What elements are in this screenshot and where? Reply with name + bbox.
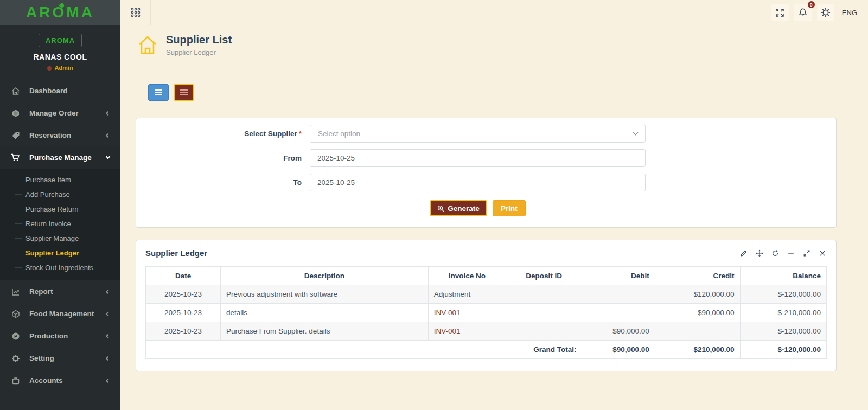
sidebar-item-setting[interactable]: Setting <box>0 347 120 369</box>
submenu-item-label: Stock Out Ingredients <box>25 264 93 272</box>
main-area: 0 ENG Supplier List Supplier Ledger <box>120 0 868 410</box>
cell-description: Previous adjustment with software <box>221 285 429 304</box>
submenu-item-supplier-manage[interactable]: Supplier Manage <box>0 231 120 246</box>
bell-icon <box>798 8 808 17</box>
page-subtitle: Supplier Ledger <box>166 48 232 56</box>
column-header-credit[interactable]: Credit <box>655 267 740 285</box>
grand-total-balance: $-120,000.00 <box>740 341 826 359</box>
cell-date: 2025-10-23 <box>146 322 221 341</box>
submenu-item-add-purchase[interactable]: Add Purchase <box>0 187 120 202</box>
user-name: RANAS COOL <box>0 53 120 61</box>
chevron-left-icon <box>106 334 110 338</box>
sidebar-item-accounts[interactable]: Accounts <box>0 369 120 392</box>
close-icon[interactable] <box>819 249 826 257</box>
language-selector[interactable]: ENG <box>842 9 857 17</box>
cell-balance: $-120,000.00 <box>740 322 826 341</box>
supplier-select-placeholder: Select option <box>318 130 360 138</box>
submenu-item-purchase-item[interactable]: Purchase Item <box>0 172 120 187</box>
compact-view-button[interactable] <box>174 84 194 101</box>
chart-icon <box>11 287 20 296</box>
move-icon[interactable] <box>756 249 763 257</box>
submenu-item-label: Return Invoice <box>25 220 71 228</box>
sidebar-item-report[interactable]: Report <box>0 280 120 303</box>
submenu-item-stock-out-ingredients[interactable]: Stock Out Ingredients <box>0 260 120 275</box>
sidebar-item-dashboard[interactable]: Dashboard <box>0 80 120 102</box>
cell-balance: $-210,000.00 <box>740 304 826 322</box>
flame-icon <box>59 2 65 8</box>
refresh-icon[interactable] <box>771 249 779 257</box>
sidebar: AROMA AROMA RANAS COOL Admin Dashboard M… <box>0 0 120 410</box>
page-titles: Supplier List Supplier Ledger <box>166 34 232 56</box>
column-header-invoice-no[interactable]: Invoice No <box>428 267 506 285</box>
print-button[interactable]: Print <box>493 200 526 216</box>
sidebar-item-purchase-manage[interactable]: Purchase Manage <box>0 146 120 169</box>
sidebar-item-reservation[interactable]: Reservation <box>0 124 120 146</box>
chevron-left-icon <box>106 356 110 360</box>
sidebar-item-label: Report <box>29 287 53 296</box>
column-header-balance[interactable]: Balance <box>740 267 826 285</box>
sidebar-item-label: Setting <box>29 354 54 362</box>
ledger-card-tools <box>740 249 826 257</box>
cell-invoice-link[interactable]: INV-001 <box>428 322 506 341</box>
ledger-card-title: Supplier Ledger <box>145 248 207 258</box>
sidebar-item-label: Food Management <box>29 310 94 318</box>
sidebar-item-label: Reservation <box>29 131 71 139</box>
topbar: 0 ENG <box>120 0 868 25</box>
briefcase-icon <box>11 376 20 385</box>
column-header-deposit-id[interactable]: Deposit ID <box>506 267 582 285</box>
column-header-debit[interactable]: Debit <box>582 267 655 285</box>
fullscreen-button[interactable] <box>771 4 789 21</box>
generate-button-label: Generate <box>448 204 480 213</box>
from-date-input[interactable] <box>310 149 646 167</box>
brand-logo[interactable]: AROMA <box>0 0 120 25</box>
role-status-dot <box>47 66 52 71</box>
generate-button[interactable]: Generate <box>430 200 487 216</box>
chevron-left-icon <box>106 289 110 293</box>
submenu-item-return-invoice[interactable]: Return Invoice <box>0 216 120 231</box>
list-view-button[interactable] <box>148 84 169 101</box>
form-buttons: Generate Print <box>310 200 646 216</box>
sidebar-item-label: Dashboard <box>29 87 68 95</box>
chevron-down-icon <box>633 130 639 136</box>
page-header: Supplier List Supplier Ledger <box>120 25 868 60</box>
view-toggle-row <box>148 84 868 101</box>
chevron-down-icon <box>106 155 110 159</box>
cell-credit <box>655 322 740 341</box>
collapse-icon[interactable] <box>787 249 795 257</box>
cell-description: details <box>221 304 429 322</box>
list-icon <box>180 89 188 97</box>
cube-icon <box>11 309 20 318</box>
submenu-item-supplier-ledger[interactable]: Supplier Ledger <box>0 246 120 260</box>
to-label: To <box>136 178 310 187</box>
sidebar-item-food-management[interactable]: Food Management <box>0 303 120 325</box>
settings-button[interactable] <box>817 4 834 21</box>
cell-deposit <box>506 322 582 341</box>
chevron-left-icon <box>106 311 110 316</box>
edit-icon[interactable] <box>740 249 748 257</box>
supplier-label-text: Select Supplier <box>244 130 297 138</box>
hexagon-icon <box>11 108 20 118</box>
sidebar-item-production[interactable]: P Production <box>0 325 120 347</box>
submenu-item-purchase-return[interactable]: Purchase Return <box>0 202 120 216</box>
column-header-date[interactable]: Date <box>146 267 221 285</box>
expand-icon[interactable] <box>803 249 810 257</box>
supplier-select[interactable]: Select option <box>310 125 646 143</box>
home-breadcrumb-icon[interactable] <box>137 34 158 59</box>
supplier-ledger-card: Supplier Ledger <box>136 240 837 371</box>
grand-total-credit: $210,000.00 <box>655 341 740 359</box>
user-role-label: Admin <box>54 65 73 71</box>
column-header-description[interactable]: Description <box>221 267 429 285</box>
table-row: 2025-10-23 Purchase From Supplier. detai… <box>146 322 827 341</box>
sidebar-item-manage-order[interactable]: Manage Order <box>0 102 120 124</box>
cell-invoice-link[interactable]: INV-001 <box>428 304 506 322</box>
chevron-left-icon <box>106 378 110 382</box>
apps-grid-icon[interactable] <box>120 0 151 25</box>
cell-credit: $90,000.00 <box>655 304 740 322</box>
notifications-button[interactable]: 0 <box>794 4 812 21</box>
topbar-actions: 0 ENG <box>771 4 868 21</box>
to-date-input[interactable] <box>310 174 646 191</box>
cell-deposit <box>506 304 582 322</box>
cell-balance: $-120,000.00 <box>740 285 826 304</box>
cell-debit <box>582 304 655 322</box>
cell-description: Purchase From Supplier. details <box>221 322 429 341</box>
